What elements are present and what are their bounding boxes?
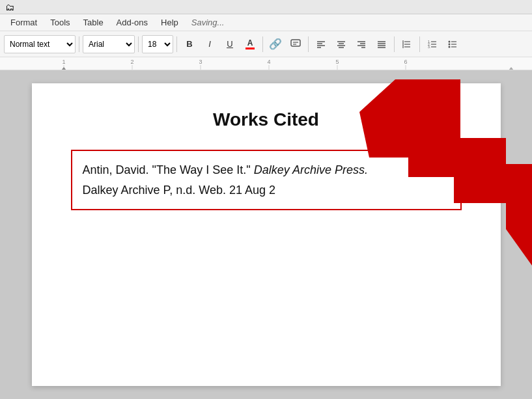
toolbar-sep-1 bbox=[79, 36, 79, 52]
ruler: 1 2 3 4 5 6 bbox=[0, 57, 532, 70]
citation-line1-italic: Dalkey Archive Press. bbox=[254, 163, 368, 176]
toolbar-sep-4 bbox=[262, 36, 263, 52]
saving-status: Saving... bbox=[191, 18, 225, 27]
underline-button[interactable]: U bbox=[221, 35, 239, 53]
font-size-select[interactable]: 18 81012141624 bbox=[142, 35, 173, 53]
numbered-list-button[interactable]: 1.2.3. bbox=[423, 35, 441, 53]
menu-table[interactable]: Table bbox=[78, 16, 109, 29]
svg-point-28 bbox=[449, 40, 451, 42]
link-button[interactable]: 🔗 bbox=[266, 35, 285, 53]
font-select[interactable]: Arial Times New Roman Courier New bbox=[83, 35, 135, 53]
align-left-button[interactable] bbox=[312, 35, 330, 53]
svg-text:2: 2 bbox=[130, 59, 133, 65]
svg-text:3.: 3. bbox=[428, 45, 430, 49]
citation-box[interactable]: Antin, David. "The Way I See It." Dalkey… bbox=[71, 150, 462, 210]
svg-point-30 bbox=[449, 43, 451, 45]
toolbar-sep-5 bbox=[308, 36, 309, 52]
italic-button[interactable]: I bbox=[201, 35, 219, 53]
svg-rect-34 bbox=[0, 57, 532, 70]
document-area: Works Cited Antin, David. "The Way I See… bbox=[0, 70, 532, 399]
font-color-letter: A bbox=[247, 39, 253, 47]
svg-text:4: 4 bbox=[267, 59, 270, 65]
citation-line1-normal: Antin, David. "The Way I See It." bbox=[83, 163, 254, 176]
svg-text:6: 6 bbox=[404, 59, 407, 65]
citation-line-2: Dalkey Archive P, n.d. Web. 21 Aug 2 bbox=[83, 180, 450, 200]
title-bar: 🗂 bbox=[0, 0, 532, 14]
title-bar-icon: 🗂 bbox=[5, 2, 14, 12]
font-color-button[interactable]: A bbox=[241, 35, 259, 53]
svg-text:3: 3 bbox=[199, 59, 202, 65]
toolbar-sep-2 bbox=[138, 36, 139, 52]
menu-tools[interactable]: Tools bbox=[45, 16, 75, 29]
bullet-list-button[interactable] bbox=[443, 35, 462, 53]
align-center-button[interactable] bbox=[332, 35, 350, 53]
paragraph-style-select[interactable]: Normal text Heading 1 Heading 2 Title bbox=[4, 35, 76, 53]
comment-button[interactable] bbox=[287, 35, 305, 53]
svg-text:1: 1 bbox=[62, 59, 65, 65]
menu-format[interactable]: Format bbox=[5, 16, 42, 29]
page: Works Cited Antin, David. "The Way I See… bbox=[32, 83, 501, 386]
toolbar-sep-3 bbox=[176, 36, 177, 52]
menu-help[interactable]: Help bbox=[156, 16, 184, 29]
svg-rect-0 bbox=[291, 40, 300, 46]
bold-button[interactable]: B bbox=[180, 35, 199, 53]
citation-line-1: Antin, David. "The Way I See It." Dalkey… bbox=[83, 160, 450, 180]
svg-text:5: 5 bbox=[335, 59, 339, 65]
ruler-svg: 1 2 3 4 5 6 bbox=[0, 57, 532, 70]
svg-point-32 bbox=[449, 46, 451, 48]
line-spacing-button[interactable] bbox=[398, 35, 416, 53]
font-color-bar bbox=[245, 48, 255, 49]
toolbar-sep-6 bbox=[394, 36, 395, 52]
menu-bar: Format Tools Table Add-ons Help Saving..… bbox=[0, 14, 532, 31]
document-title: Works Cited bbox=[71, 109, 462, 130]
align-justify-button[interactable] bbox=[372, 35, 391, 53]
toolbar: Normal text Heading 1 Heading 2 Title Ar… bbox=[0, 31, 532, 57]
align-right-button[interactable] bbox=[352, 35, 371, 53]
menu-addons[interactable]: Add-ons bbox=[111, 16, 153, 29]
toolbar-sep-7 bbox=[419, 36, 420, 52]
